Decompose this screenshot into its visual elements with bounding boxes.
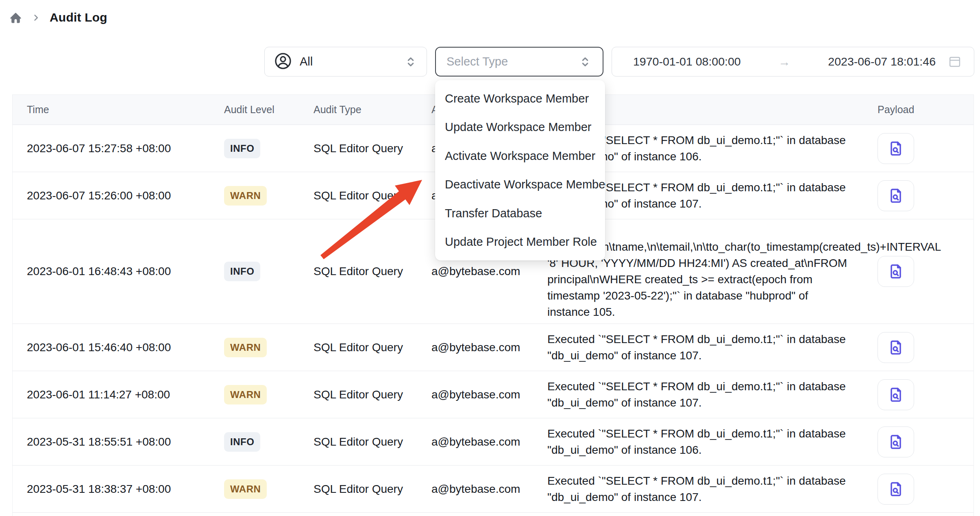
menu-item-update-project-member[interactable]: Update Project Member Role — [435, 228, 605, 257]
column-header-payload: Payload — [865, 104, 974, 116]
menu-item-update-workspace-member[interactable]: Update Workspace Member — [435, 113, 605, 142]
chevrons-up-down-icon — [404, 55, 418, 69]
file-search-icon — [887, 386, 905, 404]
table-row: 2023-06-01 15:46:40 +08:00 WARN SQL Edit… — [13, 324, 973, 371]
cell-time: 2023-05-31 18:38:37 +08:00 — [13, 483, 224, 496]
audit-level-badge: WARN — [224, 338, 267, 357]
audit-level-badge: INFO — [224, 262, 260, 281]
cell-actor: a@bytebase.com — [431, 483, 547, 496]
file-search-icon — [887, 433, 905, 451]
payload-button[interactable] — [878, 332, 914, 363]
audit-type-select[interactable]: Select Type — [435, 47, 603, 77]
audit-level-badge: WARN — [224, 385, 267, 404]
audit-type-placeholder: Select Type — [446, 55, 508, 68]
cell-time: 2023-06-01 11:14:27 +08:00 — [13, 388, 224, 401]
payload-button[interactable] — [878, 426, 914, 457]
payload-button[interactable] — [878, 474, 914, 505]
cell-comment: Executed `"SELECT * FROM db_ui_demo.t1;"… — [547, 470, 865, 509]
table-row-partial — [13, 513, 973, 516]
cell-comment: Executed `"SELECT * FROM db_ui_demo.t1;"… — [547, 375, 865, 414]
page-title: Audit Log — [50, 11, 107, 24]
actor-filter-value: All — [300, 55, 313, 68]
cell-time: 2023-06-01 16:48:43 +08:00 — [13, 265, 224, 278]
file-search-icon — [887, 262, 905, 280]
cell-time: 2023-06-07 15:26:00 +08:00 — [13, 189, 224, 202]
cell-time: 2023-05-31 18:55:51 +08:00 — [13, 435, 224, 448]
date-range-picker[interactable]: 1970-01-01 08:00:00 → 2023-06-07 18:01:4… — [612, 47, 974, 77]
table-row: 2023-06-01 11:14:27 +08:00 WARN SQL Edit… — [13, 371, 973, 418]
audit-level-badge: INFO — [224, 139, 260, 158]
audit-type-menu: Create Workspace Member Update Workspace… — [435, 80, 605, 260]
date-range-end: 2023-06-07 18:01:46 — [828, 55, 936, 68]
menu-item-transfer-database[interactable]: Transfer Database — [435, 199, 605, 228]
cell-time: 2023-06-07 15:27:58 +08:00 — [13, 142, 224, 155]
filter-bar: All Select Type 1970-01-01 08:00:00 → 20… — [264, 47, 974, 77]
file-search-icon — [887, 187, 905, 205]
cell-comment: Executed `"SELECT * FROM db_ui_demo.t1;"… — [547, 328, 865, 367]
file-search-icon — [887, 480, 905, 498]
table-row: 2023-05-31 18:55:51 +08:00 INFO SQL Edit… — [13, 418, 973, 466]
column-header-type: Audit Type — [314, 104, 431, 116]
payload-button[interactable] — [878, 379, 914, 410]
menu-item-activate-workspace-member[interactable]: Activate Workspace Member — [435, 142, 605, 171]
cell-actor: a@bytebase.com — [431, 265, 547, 278]
column-header-time: Time — [13, 104, 224, 116]
cell-time: 2023-06-01 15:46:40 +08:00 — [13, 341, 224, 354]
actor-filter-select[interactable]: All — [264, 47, 427, 77]
payload-button[interactable] — [878, 180, 914, 211]
home-icon[interactable] — [9, 11, 22, 24]
menu-item-create-workspace-member[interactable]: Create Workspace Member — [435, 84, 605, 113]
chevrons-up-down-icon — [578, 55, 592, 69]
cell-audit-type: SQL Editor Query — [314, 435, 431, 448]
cell-audit-type: SQL Editor Query — [314, 388, 431, 401]
cell-audit-type: SQL Editor Query — [314, 483, 431, 496]
payload-button[interactable] — [878, 133, 914, 164]
table-row: 2023-05-31 18:38:37 +08:00 WARN SQL Edit… — [13, 466, 973, 513]
file-search-icon — [887, 140, 905, 157]
cell-actor: a@bytebase.com — [431, 435, 547, 448]
audit-level-badge: WARN — [224, 479, 267, 499]
cell-audit-type: SQL Editor Query — [314, 341, 431, 354]
cell-audit-type: SQL Editor Query — [314, 265, 431, 278]
breadcrumb: Audit Log — [9, 11, 107, 24]
date-range-start: 1970-01-01 08:00:00 — [633, 55, 741, 68]
payload-button[interactable] — [878, 256, 914, 287]
date-range-arrow-icon: → — [778, 55, 791, 69]
audit-level-badge: INFO — [224, 432, 260, 452]
cell-audit-type: SQL Editor Query — [314, 142, 431, 155]
cell-comment: Executed `"SELECT * FROM db_ui_demo.t1;"… — [547, 422, 865, 461]
chevron-right-icon — [31, 13, 41, 22]
cell-actor: a@bytebase.com — [431, 341, 547, 354]
cell-audit-type: SQL Editor Query — [314, 189, 431, 202]
menu-item-deactivate-workspace-member[interactable]: Deactivate Workspace Member — [435, 171, 605, 199]
user-circle-icon — [274, 52, 292, 72]
calendar-icon — [948, 55, 962, 69]
cell-actor: a@bytebase.com — [431, 388, 547, 401]
audit-level-badge: WARN — [224, 186, 267, 206]
column-header-level: Audit Level — [224, 104, 314, 116]
file-search-icon — [887, 339, 905, 356]
